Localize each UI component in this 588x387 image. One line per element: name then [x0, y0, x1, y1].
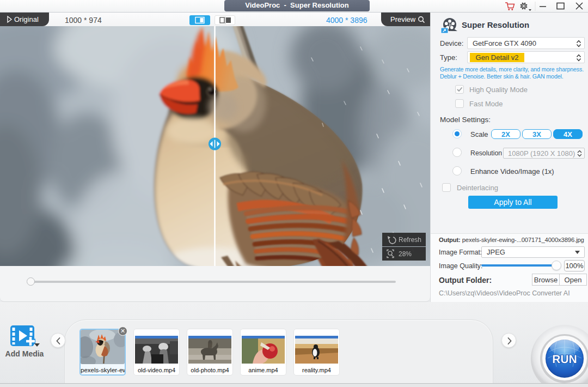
svg-text:Preview: Preview — [390, 15, 416, 23]
svg-text:Refresh: Refresh — [399, 236, 421, 244]
svg-text:28%: 28% — [399, 250, 412, 258]
svg-text:Original: Original — [14, 15, 39, 23]
